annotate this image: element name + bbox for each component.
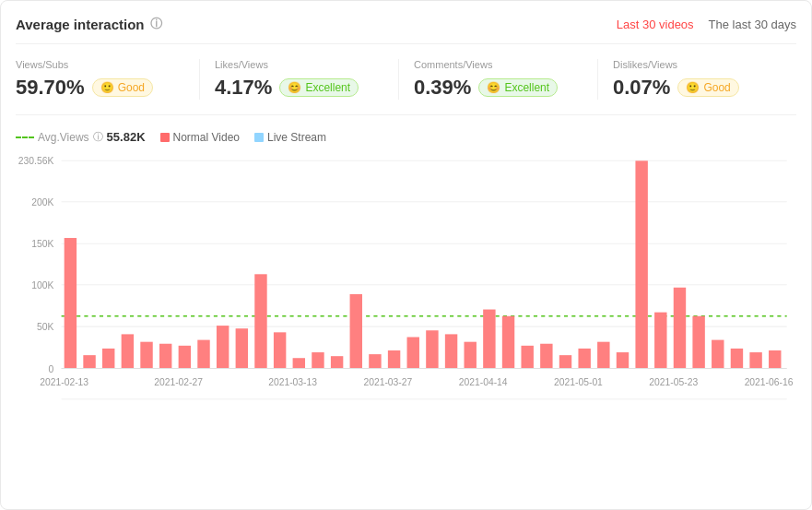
svg-text:50K: 50K	[37, 322, 53, 332]
dashboard-container: Average interaction ⓘ Last 30 videos The…	[0, 0, 812, 510]
metric-label-1: Likes/Views	[215, 59, 383, 70]
bar-18	[407, 338, 419, 369]
bar-20	[445, 334, 457, 368]
badge-emoji-0: 🙂	[100, 81, 114, 94]
bar-15	[350, 294, 362, 369]
bar-17	[388, 350, 400, 369]
bar-2	[102, 349, 114, 369]
metric-label-0: Views/Subs	[16, 59, 184, 70]
bar-8	[217, 326, 229, 369]
bar-31	[654, 313, 666, 369]
bar-10	[254, 274, 266, 368]
bar-30	[635, 160, 647, 368]
bar-21	[465, 342, 477, 369]
svg-text:100K: 100K	[31, 280, 53, 291]
svg-text:2021-06-16: 2021-06-16	[745, 377, 794, 387]
bar-14	[331, 356, 343, 368]
bar-chart: 230.56K 200K 150K 100K 50K 0	[16, 151, 796, 437]
metric-dislikes-views: Dislikes/Views 0.07% 🙂 Good	[598, 59, 796, 100]
badge-text-3: Good	[703, 81, 730, 94]
bar-6	[179, 346, 191, 369]
avg-value-label: 55.82K	[107, 130, 146, 144]
info-icon-avg: ⓘ	[93, 130, 103, 144]
live-stream-legend: Live Stream	[254, 131, 326, 144]
metric-likes-views: Likes/Views 4.17% 😊 Excellent	[200, 59, 399, 100]
metrics-row: Views/Subs 59.70% 🙂 Good Likes/Views 4.1…	[16, 59, 796, 115]
svg-text:230.56K: 230.56K	[18, 156, 54, 166]
badge-0: 🙂 Good	[92, 78, 153, 97]
badge-emoji-2: 😊	[487, 81, 500, 94]
bar-24	[521, 346, 533, 369]
bar-7	[197, 340, 209, 369]
bar-27	[578, 349, 590, 369]
svg-text:200K: 200K	[31, 197, 53, 208]
bar-28	[597, 342, 609, 369]
metric-views-subs: Views/Subs 59.70% 🙂 Good	[16, 59, 200, 100]
badge-2: 😊 Excellent	[478, 78, 558, 97]
avg-legend-label: Avg.Views	[38, 131, 89, 144]
bar-26	[559, 355, 571, 368]
section-title: Average interaction ⓘ	[16, 16, 162, 32]
normal-video-label: Normal Video	[173, 131, 240, 144]
badge-text-2: Excellent	[504, 81, 549, 94]
bar-35	[731, 349, 743, 369]
svg-text:2021-05-23: 2021-05-23	[649, 377, 698, 387]
bar-23	[502, 316, 514, 369]
badge-emoji-3: 🙂	[686, 81, 700, 94]
svg-text:2021-03-13: 2021-03-13	[268, 377, 317, 387]
badge-text-1: Excellent	[305, 81, 350, 94]
svg-text:2021-03-27: 2021-03-27	[363, 377, 412, 387]
bar-36	[749, 352, 761, 369]
bar-12	[293, 358, 305, 368]
tab-last-30-videos[interactable]: Last 30 videos	[617, 18, 694, 31]
metric-value-0: 59.70%	[16, 76, 85, 100]
bar-1	[83, 355, 95, 368]
metric-comments-views: Comments/Views 0.39% 😊 Excellent	[399, 59, 598, 100]
tab-last-30-days[interactable]: The last 30 days	[709, 18, 796, 31]
bar-4	[140, 342, 152, 369]
bar-13	[312, 352, 324, 369]
metric-value-2: 0.39%	[414, 76, 471, 100]
chart-legend: Avg.Views ⓘ 55.82K Normal Video Live Str…	[16, 130, 796, 144]
info-icon[interactable]: ⓘ	[150, 16, 162, 32]
bar-0	[65, 238, 76, 369]
bar-22	[483, 310, 495, 369]
chart-svg: 230.56K 200K 150K 100K 50K 0	[16, 151, 796, 437]
avg-line-icon	[16, 136, 34, 138]
bar-29	[617, 352, 629, 369]
badge-emoji-1: 😊	[288, 81, 301, 94]
badge-3: 🙂 Good	[677, 78, 738, 97]
bar-25	[540, 344, 552, 369]
bar-37	[769, 350, 781, 369]
badge-1: 😊 Excellent	[279, 78, 359, 97]
metric-value-1: 4.17%	[215, 76, 272, 100]
metric-value-3: 0.07%	[613, 76, 670, 100]
metric-label-2: Comments/Views	[414, 59, 583, 70]
bar-32	[674, 288, 686, 369]
bar-11	[274, 332, 286, 368]
live-stream-icon	[254, 133, 264, 142]
bar-9	[236, 328, 248, 368]
header: Average interaction ⓘ Last 30 videos The…	[16, 16, 796, 44]
svg-text:2021-05-01: 2021-05-01	[554, 377, 603, 387]
normal-video-icon	[160, 133, 170, 142]
title-text: Average interaction	[16, 17, 145, 32]
svg-text:2021-02-27: 2021-02-27	[154, 377, 203, 387]
bar-19	[426, 330, 438, 368]
bar-33	[692, 316, 704, 369]
svg-text:2021-02-13: 2021-02-13	[40, 377, 88, 387]
live-stream-label: Live Stream	[267, 131, 326, 144]
normal-video-legend: Normal Video	[160, 131, 240, 144]
avg-legend: Avg.Views ⓘ 55.82K	[16, 130, 146, 144]
bar-5	[159, 344, 171, 369]
bar-34	[712, 340, 724, 369]
badge-text-0: Good	[118, 81, 145, 94]
metric-label-3: Dislikes/Views	[613, 59, 782, 70]
svg-text:0: 0	[49, 364, 54, 374]
header-tabs: Last 30 videos The last 30 days	[617, 18, 796, 31]
svg-text:150K: 150K	[31, 239, 53, 249]
bar-16	[369, 354, 381, 369]
bar-3	[122, 334, 134, 368]
svg-text:2021-04-14: 2021-04-14	[459, 377, 508, 387]
